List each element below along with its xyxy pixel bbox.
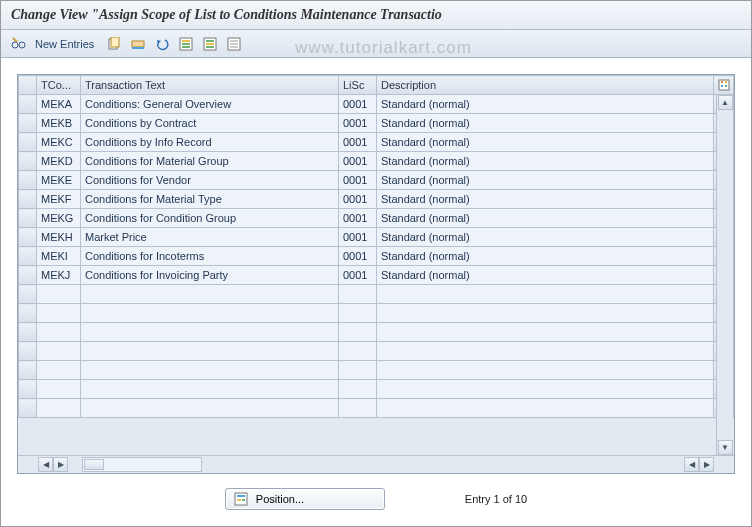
position-button[interactable]: Position... xyxy=(225,488,385,510)
col-transaction-text-header[interactable]: Transaction Text xyxy=(81,76,339,95)
cell-tcode[interactable] xyxy=(37,399,81,418)
row-selector[interactable] xyxy=(19,361,37,380)
cell-lisc[interactable]: 0001 xyxy=(339,266,377,285)
cell-transaction-text[interactable]: Conditions by Info Record xyxy=(81,133,339,152)
select-all-button[interactable] xyxy=(176,34,196,54)
hscroll-thumb[interactable] xyxy=(84,459,104,470)
cell-lisc[interactable]: 0001 xyxy=(339,228,377,247)
table-row-empty[interactable] xyxy=(19,399,734,418)
cell-transaction-text[interactable]: Conditions by Contract xyxy=(81,114,339,133)
cell-tcode[interactable]: MEKG xyxy=(37,209,81,228)
cell-lisc[interactable] xyxy=(339,323,377,342)
table-row-empty[interactable] xyxy=(19,342,734,361)
hscroll2-right-button[interactable]: ▶ xyxy=(699,457,714,472)
vertical-scrollbar[interactable]: ▲ ▼ xyxy=(716,95,733,455)
table-row[interactable]: MEKBConditions by Contract0001Standard (… xyxy=(19,114,734,133)
cell-lisc[interactable] xyxy=(339,304,377,323)
cell-tcode[interactable] xyxy=(37,342,81,361)
cell-lisc[interactable]: 0001 xyxy=(339,95,377,114)
row-selector[interactable] xyxy=(19,114,37,133)
row-selector[interactable] xyxy=(19,152,37,171)
cell-transaction-text[interactable]: Conditions for Material Type xyxy=(81,190,339,209)
table-row-empty[interactable] xyxy=(19,304,734,323)
table-row[interactable]: MEKJConditions for Invoicing Party0001St… xyxy=(19,266,734,285)
table-row-empty[interactable] xyxy=(19,323,734,342)
cell-lisc[interactable]: 0001 xyxy=(339,247,377,266)
table-row[interactable]: MEKAConditions: General Overview0001Stan… xyxy=(19,95,734,114)
cell-tcode[interactable]: MEKI xyxy=(37,247,81,266)
row-selector[interactable] xyxy=(19,285,37,304)
row-selector[interactable] xyxy=(19,342,37,361)
col-lisc-header[interactable]: LiSc xyxy=(339,76,377,95)
row-selector[interactable] xyxy=(19,380,37,399)
row-selector[interactable] xyxy=(19,209,37,228)
table-row[interactable]: MEKEConditions for Vendor0001Standard (n… xyxy=(19,171,734,190)
cell-tcode[interactable]: MEKC xyxy=(37,133,81,152)
cell-transaction-text[interactable]: Conditions for Incoterms xyxy=(81,247,339,266)
hscroll2-left-button[interactable]: ◀ xyxy=(684,457,699,472)
cell-transaction-text[interactable] xyxy=(81,285,339,304)
cell-transaction-text[interactable]: Market Price xyxy=(81,228,339,247)
cell-tcode[interactable]: MEKB xyxy=(37,114,81,133)
cell-tcode[interactable]: MEKA xyxy=(37,95,81,114)
cell-transaction-text[interactable] xyxy=(81,323,339,342)
cell-transaction-text[interactable] xyxy=(81,304,339,323)
row-selector[interactable] xyxy=(19,247,37,266)
cell-lisc[interactable]: 0001 xyxy=(339,152,377,171)
cell-transaction-text[interactable] xyxy=(81,399,339,418)
row-selector[interactable] xyxy=(19,266,37,285)
cell-transaction-text[interactable]: Conditions for Invoicing Party xyxy=(81,266,339,285)
cell-tcode[interactable] xyxy=(37,323,81,342)
cell-transaction-text[interactable] xyxy=(81,361,339,380)
cell-tcode[interactable]: MEKD xyxy=(37,152,81,171)
cell-lisc[interactable]: 0001 xyxy=(339,209,377,228)
hscroll1-left-button[interactable]: ◀ xyxy=(38,457,53,472)
table-row-empty[interactable] xyxy=(19,285,734,304)
scroll-up-button[interactable]: ▲ xyxy=(718,95,733,110)
select-block-button[interactable] xyxy=(200,34,220,54)
deselect-all-button[interactable] xyxy=(224,34,244,54)
copy-as-button[interactable] xyxy=(104,34,124,54)
cell-lisc[interactable] xyxy=(339,342,377,361)
table-row[interactable]: MEKIConditions for Incoterms0001Standard… xyxy=(19,247,734,266)
cell-lisc[interactable]: 0001 xyxy=(339,114,377,133)
cell-lisc[interactable] xyxy=(339,380,377,399)
cell-transaction-text[interactable]: Conditions for Condition Group xyxy=(81,209,339,228)
cell-tcode[interactable]: MEKJ xyxy=(37,266,81,285)
table-row-empty[interactable] xyxy=(19,361,734,380)
delete-button[interactable] xyxy=(128,34,148,54)
cell-lisc[interactable] xyxy=(339,399,377,418)
hscroll1-right-button[interactable]: ▶ xyxy=(53,457,68,472)
cell-tcode[interactable]: MEKH xyxy=(37,228,81,247)
cell-transaction-text[interactable] xyxy=(81,342,339,361)
row-selector[interactable] xyxy=(19,190,37,209)
cell-tcode[interactable]: MEKE xyxy=(37,171,81,190)
undo-button[interactable] xyxy=(152,34,172,54)
col-description-header[interactable]: Description xyxy=(377,76,714,95)
row-selector[interactable] xyxy=(19,323,37,342)
cell-tcode[interactable] xyxy=(37,304,81,323)
row-selector[interactable] xyxy=(19,228,37,247)
cell-tcode[interactable] xyxy=(37,361,81,380)
hscroll-track[interactable] xyxy=(82,457,202,472)
table-row-empty[interactable] xyxy=(19,380,734,399)
cell-tcode[interactable] xyxy=(37,285,81,304)
cell-lisc[interactable]: 0001 xyxy=(339,133,377,152)
cell-lisc[interactable]: 0001 xyxy=(339,190,377,209)
cell-lisc[interactable]: 0001 xyxy=(339,171,377,190)
toggle-display-change-button[interactable] xyxy=(9,34,29,54)
cell-transaction-text[interactable]: Conditions for Material Group xyxy=(81,152,339,171)
table-row[interactable]: MEKGConditions for Condition Group0001St… xyxy=(19,209,734,228)
row-selector[interactable] xyxy=(19,95,37,114)
cell-lisc[interactable] xyxy=(339,285,377,304)
table-row[interactable]: MEKCConditions by Info Record0001Standar… xyxy=(19,133,734,152)
cell-tcode[interactable] xyxy=(37,380,81,399)
cell-lisc[interactable] xyxy=(339,361,377,380)
row-selector[interactable] xyxy=(19,133,37,152)
cell-tcode[interactable]: MEKF xyxy=(37,190,81,209)
table-row[interactable]: MEKHMarket Price0001Standard (normal) xyxy=(19,228,734,247)
col-tcode-header[interactable]: TCo... xyxy=(37,76,81,95)
table-row[interactable]: MEKFConditions for Material Type0001Stan… xyxy=(19,190,734,209)
col-config-header[interactable] xyxy=(714,76,734,95)
new-entries-button[interactable]: New Entries xyxy=(33,38,100,50)
